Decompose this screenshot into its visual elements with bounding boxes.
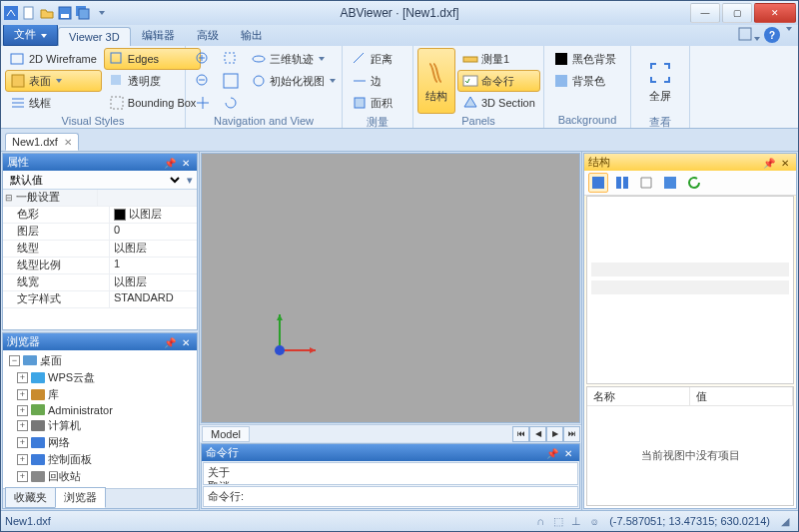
tree-item[interactable]: +回收站 [13, 468, 195, 485]
struct-view2-icon[interactable] [612, 173, 632, 193]
expand-icon[interactable]: + [17, 372, 28, 383]
prop-category[interactable]: 一般设置 [3, 190, 197, 207]
bg-color-icon [553, 73, 569, 89]
btn-black-bg[interactable]: 黑色背景 [548, 48, 621, 70]
btn-structure[interactable]: 结构 [417, 48, 455, 114]
save-icon[interactable] [57, 5, 73, 21]
resize-grip-icon[interactable]: ◢ [777, 513, 793, 529]
prop-row[interactable]: 线型比例1 [3, 258, 197, 274]
app-icon[interactable] [3, 5, 19, 21]
preset-more-icon[interactable]: ▾ [183, 174, 197, 187]
user-icon [31, 404, 45, 416]
scroll-last-icon[interactable]: ⏭ [563, 426, 580, 442]
btn-2d-wireframe[interactable]: 2D Wireframe [5, 48, 102, 70]
tree-item[interactable]: +控制面板 [13, 451, 195, 468]
tree-root[interactable]: −桌面 [5, 352, 195, 369]
help-icon[interactable]: ? [764, 27, 780, 43]
scroll-next-icon[interactable]: ▶ [546, 426, 563, 442]
save-all-icon[interactable] [75, 5, 91, 21]
preset-select[interactable]: 默认值 [3, 173, 183, 187]
scroll-first-icon[interactable]: ⏮ [512, 426, 529, 442]
prop-row[interactable]: 线宽以图层 [3, 274, 197, 291]
pin-icon[interactable]: 📌 [760, 158, 778, 169]
viewport[interactable] [201, 153, 580, 423]
prop-row[interactable]: 线型以图层 [3, 241, 197, 258]
btn-zoom-extents[interactable] [218, 70, 244, 92]
btn-bg-color[interactable]: 背景色 [548, 70, 621, 92]
tab-viewer3d[interactable]: Viewer 3D [58, 27, 131, 46]
expand-icon[interactable]: + [17, 420, 28, 431]
tab-output[interactable]: 输出 [230, 24, 274, 46]
tree-item[interactable]: +计算机 [13, 417, 195, 434]
maximize-button[interactable]: ▢ [722, 3, 752, 23]
quick-access-toolbar [3, 5, 109, 21]
document-tab[interactable]: New1.dxf✕ [5, 133, 79, 151]
prop-row[interactable]: 图层0 [3, 224, 197, 241]
command-input[interactable] [248, 489, 577, 505]
tree-item[interactable]: +Administrator [13, 403, 195, 417]
tab-editor[interactable]: 编辑器 [131, 24, 186, 46]
pin-icon[interactable]: 📌 [543, 448, 561, 459]
svg-rect-7 [11, 54, 23, 64]
open-icon[interactable] [39, 5, 55, 21]
btn-zoom-in[interactable] [190, 48, 216, 70]
prop-row[interactable]: 文字样式STANDARD [3, 291, 197, 308]
structure-list[interactable] [586, 196, 794, 384]
obj-snap-icon[interactable]: ⌾ [586, 513, 602, 529]
col-name[interactable]: 名称 [587, 387, 690, 405]
dropdown-icon[interactable] [93, 5, 109, 21]
struct-view1-icon[interactable] [588, 173, 608, 193]
snap-icon[interactable]: ∩ [532, 513, 548, 529]
tab-advanced[interactable]: 高级 [186, 24, 230, 46]
zoom-extents-icon [223, 73, 239, 89]
btn-rotate[interactable] [218, 92, 244, 114]
close-tab-icon[interactable]: ✕ [64, 137, 72, 148]
close-panel-icon[interactable]: ✕ [778, 158, 792, 169]
btn-zoom-out[interactable] [190, 70, 216, 92]
pin-icon[interactable]: 📌 [161, 337, 179, 348]
struct-save-icon[interactable] [660, 173, 680, 193]
tree-item[interactable]: +WPS云盘 [13, 369, 195, 386]
ribbon-menu-icon[interactable] [738, 27, 760, 43]
tab-file[interactable]: 文件 [3, 23, 58, 46]
close-panel-icon[interactable]: ✕ [179, 158, 193, 169]
struct-refresh-icon[interactable] [684, 173, 704, 193]
tree-item[interactable]: +网络 [13, 434, 195, 451]
btn-measure1[interactable]: 测量1 [457, 48, 540, 70]
expand-icon[interactable]: + [17, 437, 28, 448]
btn-edge[interactable]: 边 [347, 70, 398, 92]
ortho-icon[interactable]: ⬚ [550, 513, 566, 529]
struct-collapse-icon[interactable] [636, 173, 656, 193]
btn-pan[interactable] [190, 92, 216, 114]
model-tab[interactable]: Model [202, 426, 250, 442]
btn-distance[interactable]: 距离 [347, 48, 398, 70]
close-button[interactable]: ✕ [754, 3, 796, 23]
expand-icon[interactable]: + [17, 405, 28, 416]
collapse-icon[interactable]: − [9, 355, 20, 366]
btn-fullscreen[interactable]: 全屏 [635, 48, 685, 114]
btn-wire[interactable]: 线框 [5, 92, 102, 114]
expand-icon[interactable]: + [17, 471, 28, 482]
btn-orbit3d[interactable]: 三维轨迹 [246, 48, 341, 70]
tree-item[interactable]: +库 [13, 386, 195, 403]
new-icon[interactable] [21, 5, 37, 21]
pin-icon[interactable]: 📌 [161, 158, 179, 169]
scroll-prev-icon[interactable]: ◀ [529, 426, 546, 442]
btn-3dsection[interactable]: 3D Section [457, 92, 540, 114]
col-value[interactable]: 值 [690, 387, 793, 405]
minimize-button[interactable]: — [690, 3, 720, 23]
btn-init-view[interactable]: 初始化视图 [246, 70, 341, 92]
expand-icon[interactable]: + [17, 454, 28, 465]
perp-icon[interactable]: ⊥ [568, 513, 584, 529]
expand-icon[interactable]: + [17, 389, 28, 400]
close-panel-icon[interactable]: ✕ [561, 448, 575, 459]
svg-rect-24 [31, 372, 45, 383]
close-panel-icon[interactable]: ✕ [179, 337, 193, 348]
btn-area[interactable]: 面积 [347, 92, 398, 114]
prop-row[interactable]: 色彩以图层 [3, 207, 197, 224]
tab-browser[interactable]: 浏览器 [55, 487, 106, 508]
btn-zoom-window[interactable] [218, 48, 244, 70]
btn-cmdline[interactable]: 命令行 [457, 70, 540, 92]
tab-favorites[interactable]: 收藏夹 [5, 487, 56, 508]
btn-surface[interactable]: 表面 [5, 70, 102, 92]
